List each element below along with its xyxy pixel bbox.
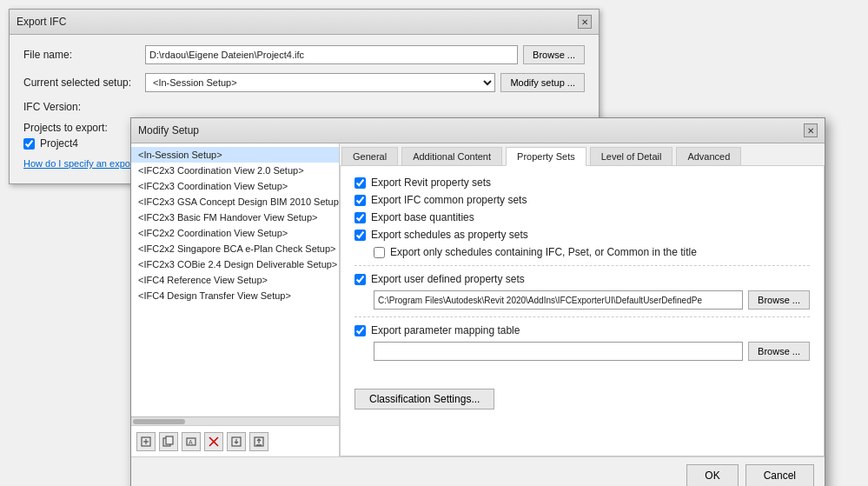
toolbar-export-button[interactable] xyxy=(249,432,268,451)
current-setup-dropdown[interactable]: <In-Session Setup> xyxy=(145,73,495,92)
setup-list-item[interactable]: <IFC2x3 COBie 2.4 Design Deliverable Set… xyxy=(131,256,339,272)
setup-list-item[interactable]: <In-Session Setup> xyxy=(131,147,339,163)
tabs-bar: GeneralAdditional ContentProperty SetsLe… xyxy=(340,143,825,166)
export-base-quantities-checkbox[interactable] xyxy=(354,212,366,223)
toolbar-rename-button[interactable]: A xyxy=(182,432,201,451)
modify-setup-close-button[interactable]: ✕ xyxy=(804,123,818,137)
modify-setup-title: Modify Setup xyxy=(138,124,199,136)
setup-list-item[interactable]: <IFC2x3 Coordination View 2.0 Setup> xyxy=(131,163,339,178)
tab-general[interactable]: General xyxy=(341,147,398,165)
tab-additional-content[interactable]: Additional Content xyxy=(401,147,502,165)
file-name-browse-button[interactable]: Browse ... xyxy=(523,45,585,64)
modify-setup-dialog: Modify Setup ✕ <In-Session Setup><IFC2x3… xyxy=(130,117,825,486)
export-revit-checkbox[interactable] xyxy=(354,177,366,189)
param-mapping-browse-button[interactable]: Browse ... xyxy=(748,342,810,361)
setup-list-item[interactable]: <IFC4 Design Transfer View Setup> xyxy=(131,288,339,303)
tab-advanced[interactable]: Advanced xyxy=(676,147,741,165)
export-ifc-common-row: Export IFC common property sets xyxy=(354,194,810,206)
export-ifc-common-label: Export IFC common property sets xyxy=(371,194,527,206)
separator-1 xyxy=(354,265,810,266)
toolbar-duplicate-button[interactable] xyxy=(159,432,178,451)
ifc-version-row: IFC Version: xyxy=(23,101,585,113)
file-name-label: File name: xyxy=(23,49,145,61)
toolbar-import-button[interactable] xyxy=(227,432,246,451)
user-defined-file-input[interactable] xyxy=(374,290,743,310)
ifc-version-label: IFC Version: xyxy=(23,101,145,113)
cancel-button[interactable]: Cancel xyxy=(745,464,814,486)
toolbar-delete-button[interactable] xyxy=(204,432,223,451)
export-only-schedules-label: Export only schedules containing IFC, Ps… xyxy=(390,246,697,258)
export-schedules-row: Export schedules as property sets xyxy=(354,229,810,241)
file-name-row: File name: Browse ... xyxy=(23,45,585,64)
toolbar-new-button[interactable] xyxy=(136,432,156,451)
tabs-panel: GeneralAdditional ContentProperty SetsLe… xyxy=(340,143,825,456)
scrollbar-thumb xyxy=(133,419,185,424)
export-user-defined-checkbox[interactable] xyxy=(354,274,366,285)
export-ifc-title: Export IFC xyxy=(17,16,66,28)
modify-setup-button[interactable]: Modify setup ... xyxy=(500,73,585,92)
export-param-mapping-checkbox[interactable] xyxy=(354,325,366,336)
setup-list-item[interactable]: <IFC2x3 Basic FM Handover View Setup> xyxy=(131,210,339,225)
current-setup-label: Current selected setup: xyxy=(23,77,145,89)
user-defined-browse-button[interactable]: Browse ... xyxy=(748,290,810,310)
setup-list: <In-Session Setup><IFC2x3 Coordination V… xyxy=(131,143,339,416)
export-revit-row: Export Revit property sets xyxy=(354,176,810,189)
current-setup-row: Current selected setup: <In-Session Setu… xyxy=(23,73,585,92)
export-param-mapping-row: Export parameter mapping table xyxy=(354,324,810,336)
export-ifc-common-checkbox[interactable] xyxy=(354,195,366,206)
tab-property-sets[interactable]: Property Sets xyxy=(506,147,586,166)
export-revit-label: Export Revit property sets xyxy=(371,176,491,189)
param-mapping-file-row: Browse ... xyxy=(374,342,810,361)
modify-setup-footer: OK Cancel xyxy=(131,456,825,486)
export-ifc-titlebar: Export IFC ✕ xyxy=(10,10,599,35)
file-name-input[interactable] xyxy=(145,45,518,64)
setup-list-item[interactable]: <IFC2x2 Singapore BCA e-Plan Check Setup… xyxy=(131,241,339,256)
ok-button[interactable]: OK xyxy=(686,464,738,486)
svg-rect-4 xyxy=(166,436,173,444)
separator-2 xyxy=(354,316,810,317)
project-name: Project4 xyxy=(40,137,78,150)
setup-list-hscrollbar[interactable] xyxy=(131,416,339,425)
export-only-schedules-checkbox[interactable] xyxy=(374,247,385,258)
modify-setup-titlebar: Modify Setup ✕ xyxy=(131,118,825,143)
setup-list-item[interactable]: <IFC4 Reference View Setup> xyxy=(131,272,339,288)
export-base-quantities-label: Export base quantities xyxy=(371,211,474,223)
setup-list-item[interactable]: <IFC2x3 GSA Concept Design BIM 2010 Setu… xyxy=(131,194,339,210)
export-user-defined-row: Export user defined property sets xyxy=(354,273,810,285)
param-mapping-file-input[interactable] xyxy=(374,342,743,361)
setup-list-toolbar: A xyxy=(131,425,339,456)
export-schedules-label: Export schedules as property sets xyxy=(371,229,528,241)
export-base-quantities-row: Export base quantities xyxy=(354,211,810,223)
setup-list-item[interactable]: <IFC2x2 Coordination View Setup> xyxy=(131,225,339,241)
user-defined-file-row: Browse ... xyxy=(374,290,810,310)
export-schedules-checkbox[interactable] xyxy=(354,230,366,241)
setup-list-item[interactable]: <IFC2x3 Coordination View Setup> xyxy=(131,178,339,194)
export-only-schedules-row: Export only schedules containing IFC, Ps… xyxy=(354,246,810,258)
project-checkbox[interactable] xyxy=(23,138,35,150)
modify-setup-body: <In-Session Setup><IFC2x3 Coordination V… xyxy=(131,143,825,456)
export-param-mapping-label: Export parameter mapping table xyxy=(371,324,520,336)
tab-level-of-detail[interactable]: Level of Detail xyxy=(590,147,673,165)
export-ifc-close-button[interactable]: ✕ xyxy=(578,15,592,29)
export-user-defined-label: Export user defined property sets xyxy=(371,273,525,285)
tab-content-property-sets: Export Revit property sets Export IFC co… xyxy=(340,166,825,456)
setup-list-panel: <In-Session Setup><IFC2x3 Coordination V… xyxy=(131,143,340,456)
svg-text:A: A xyxy=(189,439,193,445)
classification-settings-button[interactable]: Classification Settings... xyxy=(354,389,494,409)
